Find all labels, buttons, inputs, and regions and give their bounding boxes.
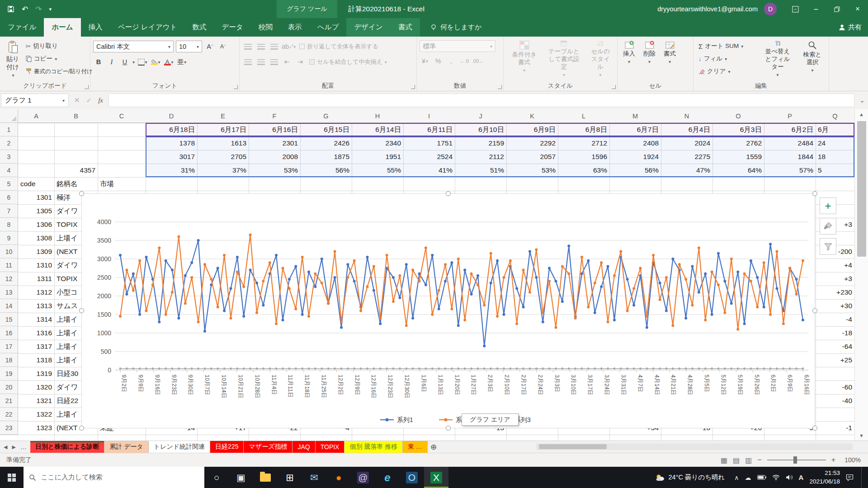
column-header-E[interactable]: E bbox=[197, 109, 249, 123]
cell-A14[interactable]: 1313 bbox=[18, 299, 54, 313]
ribbon-tab-ファイル[interactable]: ファイル bbox=[0, 18, 44, 37]
cell-A9[interactable]: 1308 bbox=[18, 231, 54, 245]
chart-handle-mid-left[interactable] bbox=[79, 308, 84, 313]
sheet-tab-日経225[interactable]: 日経225 bbox=[210, 441, 244, 453]
insert-function-icon[interactable]: fx bbox=[98, 97, 103, 104]
taskbar-app-edge[interactable]: e bbox=[375, 467, 400, 488]
cell-A18[interactable]: 1318 bbox=[18, 353, 54, 367]
cut-button[interactable]: ✂切り取り bbox=[24, 41, 94, 52]
cell-G1[interactable]: 6月15日 bbox=[300, 123, 352, 136]
ribbon-tab-数式[interactable]: 数式 bbox=[185, 18, 214, 37]
ribbon-tab-校閲[interactable]: 校閲 bbox=[251, 18, 280, 37]
signed-in-user-email[interactable]: dryyourtearswithlove1@gmail.com bbox=[657, 5, 758, 13]
align-right-icon[interactable] bbox=[269, 56, 279, 67]
cell-A6[interactable]: 1301 bbox=[18, 191, 54, 204]
taskbar-app-cortana[interactable]: ○ bbox=[204, 467, 229, 488]
chart-handle-bottom-left[interactable] bbox=[79, 426, 84, 431]
cell-H2[interactable]: 2340 bbox=[352, 136, 403, 150]
chart-handle-top-center[interactable] bbox=[446, 191, 451, 196]
row-header-21[interactable]: 21 bbox=[0, 394, 18, 408]
sheet-tab-累計 データ[interactable]: 累計 データ bbox=[104, 441, 149, 453]
cell-Q12[interactable]: +3 bbox=[816, 272, 854, 286]
column-header-D[interactable]: D bbox=[146, 109, 198, 123]
ribbon-display-options-icon[interactable] bbox=[785, 0, 806, 18]
column-header-A[interactable]: A bbox=[18, 109, 55, 123]
column-header-H[interactable]: H bbox=[352, 109, 404, 123]
taskbar-app-task-view[interactable]: ▣ bbox=[229, 467, 253, 488]
insert-cells-button[interactable]: 挿入▾ bbox=[620, 38, 638, 80]
cell-D4[interactable]: 31% bbox=[146, 164, 197, 177]
cell-M1[interactable]: 6月7日 bbox=[609, 123, 661, 136]
cell-A10[interactable]: 1309 bbox=[18, 245, 54, 258]
format-painter-button[interactable]: 書式のコピー/貼り付け bbox=[24, 66, 94, 77]
cell-F3[interactable]: 2008 bbox=[249, 150, 300, 164]
vertical-scrollbar[interactable]: ▲ ▼ bbox=[854, 109, 868, 441]
action-center-icon[interactable] bbox=[846, 474, 854, 481]
column-header-B[interactable]: B bbox=[54, 109, 98, 123]
currency-format-icon[interactable]: ¥▾ bbox=[420, 56, 430, 66]
cell-F1[interactable]: 6月16日 bbox=[249, 123, 300, 136]
row-header-1[interactable]: 1 bbox=[0, 123, 18, 136]
increase-indent-icon[interactable]: ⇥ bbox=[295, 56, 306, 67]
sheet-tab-日別と株価による診断[interactable]: 日別と株価による診断 bbox=[30, 441, 104, 453]
cell-A15[interactable]: 1314 bbox=[18, 313, 54, 326]
styles-dialog-launcher-icon[interactable] bbox=[612, 85, 616, 89]
cell-O1[interactable]: 6月3日 bbox=[712, 123, 764, 136]
redo-icon[interactable]: ↷ bbox=[35, 5, 42, 13]
row-header-17[interactable]: 17 bbox=[0, 340, 18, 353]
row-header-7[interactable]: 7 bbox=[0, 204, 18, 218]
cell-A7[interactable]: 1305 bbox=[18, 204, 54, 218]
cancel-entry-icon[interactable]: ✕ bbox=[74, 96, 80, 104]
ribbon-tab-書式[interactable]: 書式 bbox=[391, 18, 420, 37]
cell-N3[interactable]: 2275 bbox=[661, 150, 712, 164]
cell-I3[interactable]: 2524 bbox=[403, 150, 455, 164]
conditional-formatting-button[interactable]: 条件付き書式▾ bbox=[506, 38, 542, 80]
hidden-icons-chevron-icon[interactable]: ∧ bbox=[734, 474, 739, 481]
cell-Q2[interactable]: 24 bbox=[816, 136, 854, 150]
align-center-icon[interactable] bbox=[255, 56, 266, 67]
row-header-16[interactable]: 16 bbox=[0, 326, 18, 340]
chart-area[interactable]: 050010001500200025003000350040009月2日9月9日… bbox=[81, 193, 815, 428]
underline-dropdown[interactable]: ▾ bbox=[132, 60, 135, 65]
restore-button[interactable] bbox=[826, 0, 847, 18]
row-header-13[interactable]: 13 bbox=[0, 286, 18, 299]
cell-A20[interactable]: 1320 bbox=[18, 380, 54, 394]
sheet-tab-マザーズ指標[interactable]: マザーズ指標 bbox=[244, 441, 292, 453]
cell-Q14[interactable]: +30 bbox=[816, 299, 854, 313]
cell-P1[interactable]: 6月2日 bbox=[764, 123, 816, 136]
bold-button[interactable]: B bbox=[93, 56, 104, 67]
cell-L2[interactable]: 2712 bbox=[558, 136, 609, 150]
decrease-indent-icon[interactable]: ⇤ bbox=[282, 56, 292, 67]
cell-J3[interactable]: 2112 bbox=[455, 150, 506, 164]
sheet-tab-東 …[interactable]: 東 … bbox=[403, 441, 428, 453]
start-button[interactable] bbox=[0, 467, 24, 488]
cell-I4[interactable]: 41% bbox=[403, 164, 455, 177]
cell-B4[interactable]: 4357 bbox=[54, 164, 98, 177]
page-layout-view-icon[interactable]: ▤ bbox=[733, 456, 740, 465]
cell-K4[interactable]: 53% bbox=[506, 164, 558, 177]
cell-A12[interactable]: 1311 bbox=[18, 272, 54, 286]
cell-J1[interactable]: 6月10日 bbox=[455, 123, 506, 136]
cell-M2[interactable]: 2408 bbox=[609, 136, 661, 150]
ime-mode-indicator[interactable]: A bbox=[799, 474, 804, 481]
column-header-Q[interactable]: Q bbox=[816, 109, 854, 123]
horizontal-scrollbar[interactable] bbox=[536, 443, 853, 450]
sheet-tab-トレンド統計関連[interactable]: トレンド統計関連 bbox=[149, 441, 210, 453]
cell-Q15[interactable]: -4 bbox=[816, 313, 854, 326]
cell-P3[interactable]: 1844 bbox=[764, 150, 816, 164]
decrease-decimal-icon[interactable]: .00→ bbox=[472, 56, 484, 66]
share-button[interactable]: 共有 bbox=[839, 18, 862, 37]
cell-Q13[interactable]: +230 bbox=[816, 286, 854, 299]
cell-J4[interactable]: 51% bbox=[455, 164, 506, 177]
user-avatar[interactable]: D bbox=[764, 3, 777, 15]
borders-icon[interactable]: ▾ bbox=[137, 56, 148, 67]
cell-E3[interactable]: 2705 bbox=[197, 150, 249, 164]
cell-M3[interactable]: 1924 bbox=[609, 150, 661, 164]
show-desktop-strip[interactable] bbox=[861, 467, 863, 488]
format-cells-button[interactable]: 書式▾ bbox=[661, 38, 679, 80]
cell-Q18[interactable]: +25 bbox=[816, 353, 854, 367]
battery-icon[interactable] bbox=[757, 475, 766, 480]
cell-L3[interactable]: 1596 bbox=[558, 150, 609, 164]
taskbar-app-file-explorer[interactable] bbox=[253, 467, 278, 488]
line-chart[interactable]: 050010001500200025003000350040009月2日9月9日… bbox=[82, 194, 815, 428]
